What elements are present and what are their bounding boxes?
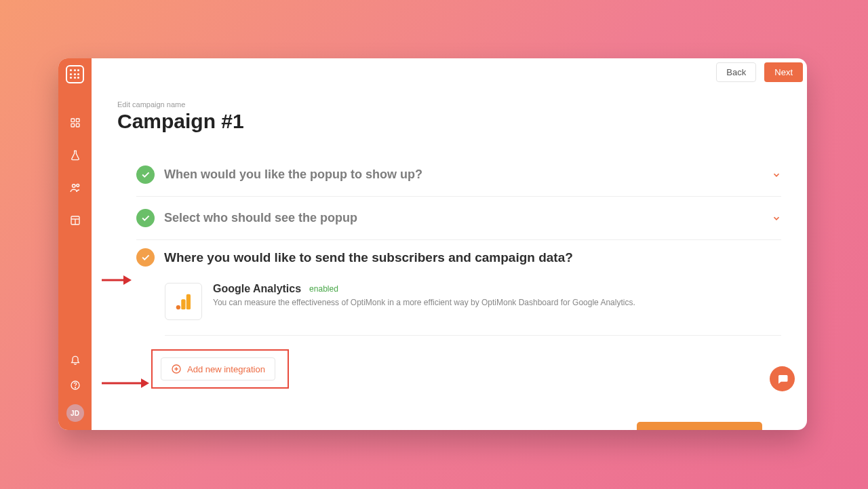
- integration-description: You can measure the effectiveness of Opt…: [213, 298, 781, 307]
- step-where-panel: Where you would like to send the subscri…: [136, 248, 781, 395]
- bell-icon: [70, 354, 81, 365]
- svg-rect-3: [76, 123, 79, 127]
- svg-rect-10: [181, 299, 185, 309]
- integration-row[interactable]: Google Analytics enabled You can measure…: [165, 283, 781, 336]
- google-analytics-icon: [165, 283, 202, 320]
- sidebar-bottom: JD: [66, 353, 84, 422]
- page-title: Campaign #1: [117, 110, 781, 133]
- svg-rect-0: [71, 119, 75, 122]
- svg-rect-9: [186, 294, 190, 309]
- app-window: JD Back Next Edit campaign name Campaign…: [58, 58, 807, 430]
- brand-logo-icon: [70, 69, 80, 79]
- next-button[interactable]: Next: [764, 62, 803, 82]
- step-who[interactable]: Select who should see the popup: [136, 197, 781, 240]
- integration-body: Google Analytics enabled You can measure…: [213, 283, 781, 307]
- add-new-integration-label: Add new integration: [187, 364, 265, 374]
- check-complete-icon: [136, 209, 155, 227]
- chat-icon: [776, 373, 789, 385]
- svg-point-8: [75, 387, 75, 388]
- edit-campaign-name-link[interactable]: Edit campaign name: [117, 100, 781, 109]
- add-new-integration-button[interactable]: Add new integration: [161, 357, 275, 380]
- annotation-highlight-add: Add new integration: [151, 349, 289, 389]
- avatar[interactable]: JD: [66, 404, 84, 422]
- sidebar-item-help[interactable]: [68, 378, 82, 392]
- svg-rect-1: [76, 119, 79, 122]
- svg-rect-2: [71, 123, 75, 127]
- integration-title: Google Analytics: [213, 283, 301, 295]
- svg-point-11: [176, 305, 180, 309]
- topbar: Back Next: [716, 62, 803, 82]
- svg-point-4: [72, 184, 75, 188]
- plus-circle-icon: [171, 364, 182, 374]
- main: Back Next Edit campaign name Campaign #1…: [92, 58, 807, 430]
- check-complete-icon: [136, 165, 155, 184]
- step-when-label: When would you like the popup to show up…: [164, 168, 772, 182]
- layout-icon: [70, 215, 81, 226]
- sidebar-item-templates[interactable]: [68, 214, 82, 227]
- grid-icon: [70, 117, 81, 128]
- step-when[interactable]: When would you like the popup to show up…: [136, 153, 781, 197]
- help-icon: [70, 380, 81, 391]
- svg-point-5: [76, 184, 79, 187]
- sidebar-top: [66, 65, 84, 227]
- status-badge: enabled: [309, 284, 338, 294]
- brand-logo[interactable]: [66, 65, 84, 83]
- sidebar-item-experiments[interactable]: [68, 149, 82, 162]
- chevron-down-icon: [772, 214, 781, 223]
- chat-fab[interactable]: [770, 366, 795, 391]
- flask-icon: [70, 150, 81, 161]
- back-button[interactable]: Back: [716, 62, 756, 82]
- step-where-label: Where you would like to send the subscri…: [164, 250, 573, 265]
- step-where-header[interactable]: Where you would like to send the subscri…: [136, 248, 781, 267]
- finish-button-peek[interactable]: [637, 422, 762, 430]
- sidebar-item-notifications[interactable]: [68, 353, 82, 366]
- users-icon: [69, 182, 81, 194]
- sidebar: JD: [58, 58, 92, 430]
- check-current-icon: [136, 248, 155, 267]
- sidebar-item-dashboard[interactable]: [68, 116, 82, 130]
- step-who-label: Select who should see the popup: [164, 211, 772, 225]
- sidebar-item-audience[interactable]: [68, 181, 82, 195]
- chevron-down-icon: [772, 170, 781, 180]
- content: Edit campaign name Campaign #1 When woul…: [92, 58, 807, 395]
